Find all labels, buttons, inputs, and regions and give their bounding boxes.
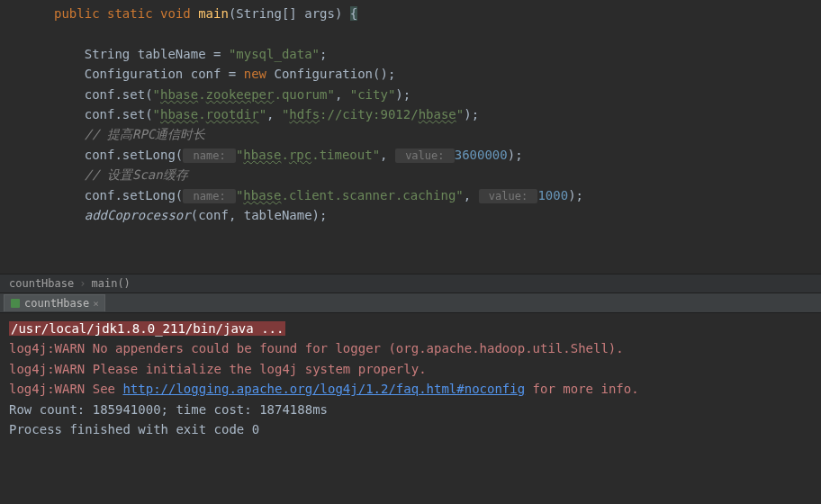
console-command: /usr/local/jdk1.8.0_211/bin/java ...: [9, 319, 812, 338]
code-line-4: conf.set("hbase.rootdir", "hdfs://city:9…: [54, 104, 821, 124]
code-line-signature: public static void main(String[] args) {: [54, 4, 821, 23]
code-line-3: conf.set("hbase.zookeeper.quorum", "city…: [54, 85, 821, 104]
console-warn-line: log4j:WARN See http://logging.apache.org…: [9, 379, 812, 399]
code-editor[interactable]: public static void main(String[] args) {…: [0, 0, 821, 274]
close-icon[interactable]: ×: [93, 298, 99, 310]
code-line-6: conf.setLong( name: "hbase.client.scanne…: [54, 185, 821, 205]
breadcrumb-separator: ›: [79, 277, 86, 290]
code-line-5: conf.setLong( name: "hbase.rpc.timeout",…: [54, 145, 821, 165]
param-hint-value: value:: [395, 148, 455, 163]
console-tab-bar: countHbase ×: [0, 293, 821, 313]
code-line-7: addCoprocessor(conf, tableName);: [54, 205, 821, 225]
console-tab-label: countHbase: [24, 297, 89, 310]
breadcrumb-item[interactable]: main(): [91, 277, 130, 290]
keyword-void: void: [160, 6, 191, 21]
console-output-line: Row count: 185941000; time cost: 1874188…: [9, 400, 812, 419]
code-line-1: String tableName = "mysql_data";: [54, 44, 821, 64]
code-line-2: Configuration conf = new Configuration()…: [54, 64, 821, 84]
keyword-public: public: [54, 6, 100, 21]
console-tab[interactable]: countHbase ×: [4, 294, 105, 311]
method-name: main: [198, 6, 229, 21]
console-exit-line: Process finished with exit code 0: [9, 419, 812, 439]
code-blank: [54, 23, 821, 43]
keyword-static: static: [107, 6, 153, 21]
svg-rect-0: [11, 299, 20, 308]
run-config-icon: [10, 298, 21, 309]
param-hint-name: name:: [183, 148, 236, 163]
console-link[interactable]: http://logging.apache.org/log4j/1.2/faq.…: [122, 382, 525, 396]
param-hint-name: name:: [183, 189, 236, 203]
code-comment-1: // 提高RPC通信时长: [54, 124, 821, 144]
console-warn-line: log4j:WARN No appenders could be found f…: [9, 338, 812, 358]
breadcrumb-item[interactable]: countHbase: [9, 277, 74, 290]
param-hint-value: value:: [479, 189, 538, 203]
console-warn-line: log4j:WARN Please initialize the log4j s…: [9, 359, 812, 379]
brace-open: {: [350, 6, 357, 21]
console-output[interactable]: /usr/local/jdk1.8.0_211/bin/java ... log…: [0, 313, 821, 445]
breadcrumb: countHbase › main(): [0, 274, 821, 293]
code-comment-2: // 设置Scan缓存: [54, 165, 821, 184]
